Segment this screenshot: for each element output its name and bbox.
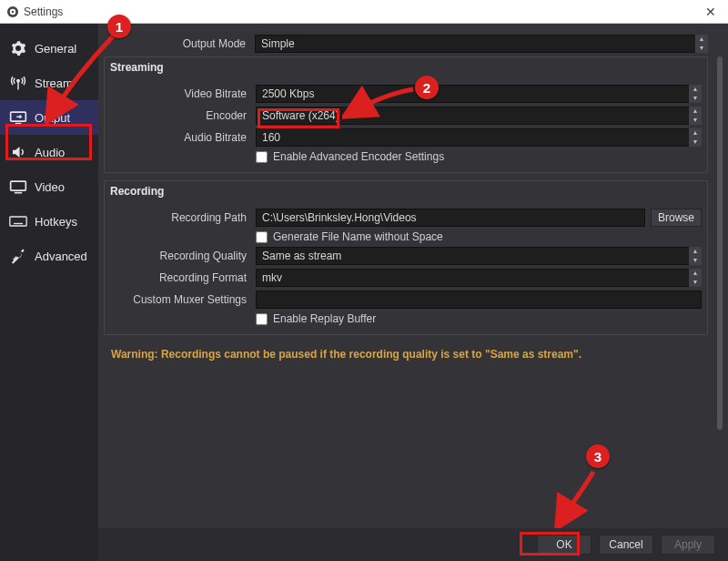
sidebar-item-advanced[interactable]: Advanced: [0, 239, 98, 273]
replay-buffer-checkbox[interactable]: Enable Replay Buffer: [256, 312, 702, 325]
audio-bitrate-select[interactable]: 160: [256, 128, 702, 147]
warning-text: Warning: Recordings cannot be paused if …: [104, 342, 708, 361]
spin-down-icon[interactable]: ▼: [689, 94, 702, 103]
recording-path-input[interactable]: [256, 209, 645, 227]
dialog-footer: OK Cancel Apply: [98, 528, 728, 561]
streaming-header: Streaming: [105, 57, 707, 81]
checkbox-label: Enable Advanced Encoder Settings: [273, 150, 444, 163]
caret-up-icon[interactable]: ▲: [695, 35, 708, 44]
checkbox-input[interactable]: [256, 313, 268, 325]
recording-path-label: Recording Path: [105, 211, 256, 224]
encoder-select[interactable]: Software (x264): [256, 107, 702, 125]
caret-up-icon[interactable]: ▲: [689, 107, 702, 116]
ok-button[interactable]: OK: [537, 535, 592, 555]
recording-format-label: Recording Format: [105, 271, 256, 284]
sidebar-item-general[interactable]: General: [0, 31, 98, 66]
monitor-arrow-icon: [9, 109, 27, 126]
checkbox-input[interactable]: [256, 231, 268, 243]
muxer-input[interactable]: [256, 291, 702, 309]
caret-down-icon[interactable]: ▼: [689, 278, 702, 287]
audio-bitrate-label: Audio Bitrate: [105, 131, 256, 144]
svg-rect-7: [11, 181, 26, 190]
caret-up-icon[interactable]: ▲: [689, 128, 702, 138]
speaker-icon: [9, 144, 27, 160]
main-panel: Output Mode Simple ▲▼ Streaming Video Bi…: [98, 24, 728, 561]
browse-button[interactable]: Browse: [651, 209, 702, 227]
caret-down-icon[interactable]: ▼: [689, 116, 702, 125]
close-icon[interactable]: ✕: [699, 5, 723, 19]
recording-group: Recording Recording Path Browse Generate…: [104, 180, 708, 335]
sidebar-item-audio[interactable]: Audio: [0, 135, 98, 169]
gear-icon: [9, 40, 27, 56]
monitor-icon: [9, 178, 27, 195]
sidebar-item-hotkeys[interactable]: Hotkeys: [0, 204, 98, 239]
streaming-group: Streaming Video Bitrate ▲▼ Encoder Softw…: [104, 56, 708, 173]
recording-format-select[interactable]: mkv: [256, 269, 702, 287]
app-icon: [5, 5, 20, 19]
caret-up-icon[interactable]: ▲: [689, 269, 702, 278]
recording-quality-select[interactable]: Same as stream: [256, 247, 702, 265]
muxer-label: Custom Muxer Settings: [105, 293, 256, 306]
output-mode-select[interactable]: Simple: [255, 35, 708, 53]
sidebar-item-output[interactable]: Output: [0, 100, 98, 135]
caret-up-icon[interactable]: ▲: [689, 247, 702, 256]
checkbox-input[interactable]: [256, 151, 268, 163]
sidebar-item-label: Video: [35, 180, 65, 194]
sidebar-item-video[interactable]: Video: [0, 169, 98, 204]
sidebar-item-label: General: [35, 42, 76, 56]
caret-down-icon[interactable]: ▼: [689, 138, 702, 147]
video-bitrate-input[interactable]: [256, 85, 702, 103]
window-title: Settings: [24, 5, 699, 18]
caret-down-icon[interactable]: ▼: [689, 256, 702, 265]
titlebar: Settings ✕: [0, 0, 728, 24]
keyboard-icon: [9, 213, 27, 230]
output-mode-label: Output Mode: [104, 37, 255, 50]
sidebar: General Stream Output Audio Video Hotkey…: [0, 24, 98, 561]
sidebar-item-label: Advanced: [35, 250, 87, 263]
recording-quality-label: Recording Quality: [105, 250, 256, 262]
sidebar-item-stream[interactable]: Stream: [0, 66, 98, 100]
sidebar-item-label: Output: [35, 111, 70, 125]
recording-header: Recording: [105, 181, 707, 205]
sidebar-item-label: Audio: [35, 146, 65, 159]
cancel-button[interactable]: Cancel: [599, 535, 653, 555]
encoder-label: Encoder: [105, 109, 256, 122]
apply-button: Apply: [661, 535, 715, 555]
antenna-icon: [9, 75, 27, 91]
svg-rect-9: [10, 217, 26, 226]
spin-up-icon[interactable]: ▲: [689, 85, 702, 94]
sidebar-item-label: Stream: [35, 76, 73, 90]
sidebar-item-label: Hotkeys: [35, 215, 77, 229]
enable-advanced-checkbox[interactable]: Enable Advanced Encoder Settings: [256, 150, 702, 163]
scrollbar[interactable]: [717, 56, 723, 430]
tools-icon: [9, 248, 27, 264]
caret-down-icon[interactable]: ▼: [695, 44, 708, 53]
generate-filename-checkbox[interactable]: Generate File Name without Space: [256, 230, 702, 243]
svg-point-2: [12, 10, 14, 12]
video-bitrate-label: Video Bitrate: [105, 87, 256, 100]
checkbox-label: Enable Replay Buffer: [273, 312, 376, 325]
checkbox-label: Generate File Name without Space: [273, 230, 443, 243]
